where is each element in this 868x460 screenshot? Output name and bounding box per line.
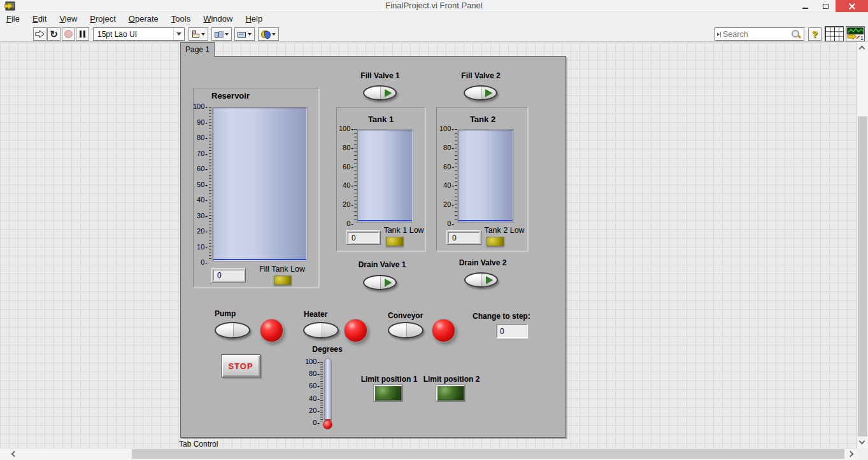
tank-1-title: Tank 1: [364, 115, 397, 124]
reservoir-scale: 1009080706050403020100: [186, 102, 208, 266]
chevron-down-icon: [176, 32, 181, 36]
tank-1-scale-label: 60: [343, 163, 353, 171]
tank-2-scale-label: 40: [443, 181, 454, 189]
font-selector[interactable]: 15pt Lao UI: [93, 27, 185, 41]
pump-switch[interactable]: [215, 322, 250, 338]
connector-pane-icon[interactable]: [825, 26, 844, 41]
tank-2-fill-level: [459, 220, 513, 221]
change-to-step-input[interactable]: [496, 324, 528, 338]
stop-button[interactable]: STOP: [221, 354, 260, 377]
valve-arrow-icon: [486, 276, 493, 284]
tank-2-indicator: [457, 129, 514, 223]
search-icon: [791, 29, 801, 39]
resize-objects-button[interactable]: [234, 27, 255, 41]
maximize-icon: [823, 4, 829, 9]
tank-1-scale-label: 80: [343, 144, 353, 151]
tank-2-scale-label: 100: [439, 125, 454, 132]
close-button[interactable]: [836, 0, 868, 12]
run-continuously-button[interactable]: ↻: [47, 27, 60, 41]
degrees-scale: 100806040200: [302, 358, 320, 426]
drain-valve-1-switch[interactable]: [363, 275, 397, 290]
chevron-down-icon: [201, 33, 205, 36]
tank-1-low-label: Tank 1 Low: [383, 226, 424, 235]
tank-2-scale: 100806040200: [435, 125, 454, 227]
fill-tank-low-label: Fill Tank Low: [257, 265, 307, 274]
tab-page-1[interactable]: Page 1: [180, 42, 215, 57]
pump-led: [260, 319, 283, 342]
reservoir-scale-label: 80: [197, 134, 208, 141]
resize-objects-icon: [238, 31, 246, 38]
degrees-scale-label: 0: [313, 419, 320, 426]
minimize-button[interactable]: [795, 0, 815, 12]
abort-icon: [64, 30, 73, 38]
change-to-step-label: Change to step:: [473, 312, 530, 321]
pump-label: Pump: [215, 309, 236, 318]
pause-button[interactable]: [76, 27, 89, 41]
menu-item[interactable]: View: [53, 13, 83, 25]
fill-valve-2-switch[interactable]: [464, 85, 497, 101]
tank-1-scale: 100806040200: [334, 125, 353, 227]
drain-valve-2-switch[interactable]: [464, 272, 498, 288]
menu-item[interactable]: Help: [239, 13, 269, 25]
heater-switch[interactable]: [303, 322, 339, 338]
font-selector-dropdown[interactable]: [173, 28, 184, 40]
degrees-scale-ticks: [320, 362, 323, 422]
tank-1-value-display: 0: [346, 230, 381, 245]
search-input[interactable]: [723, 30, 791, 39]
minimize-icon: [802, 8, 808, 9]
tank-2-title: Tank 2: [466, 115, 499, 124]
reservoir-scale-label: 100: [193, 102, 208, 110]
reservoir-scale-label: 90: [197, 118, 208, 126]
thermometer-bulb-icon: [323, 420, 332, 429]
run-button[interactable]: [33, 27, 46, 41]
degrees-thermometer: [324, 358, 332, 422]
labview-front-panel-window: FinalProject.vi Front Panel FileEditView…: [0, 0, 868, 460]
window-title: FinalProject.vi Front Panel: [0, 1, 868, 10]
reservoir-scale-ticks: [209, 107, 211, 261]
degrees-scale-label: 100: [305, 358, 320, 365]
menu-item[interactable]: Operate: [122, 13, 165, 25]
reorder-icon: [261, 30, 270, 38]
reorder-button[interactable]: [258, 27, 279, 41]
heater-led: [344, 319, 367, 342]
menu-item[interactable]: Window: [197, 13, 239, 25]
limit-position-1-label: Limit position 1: [360, 375, 418, 384]
valve-arrow-icon: [485, 89, 492, 97]
tank-1-indicator: [357, 129, 413, 223]
degrees-scale-label: 40: [309, 394, 320, 402]
horizontal-scrollbar-thumb[interactable]: [132, 449, 844, 459]
fill-valve-1-label: Fill Valve 1: [355, 71, 405, 80]
conveyor-switch[interactable]: [388, 322, 423, 338]
context-help-button[interactable]: ?: [808, 27, 822, 41]
vi-badge: 1: [860, 35, 864, 41]
search-history-icon[interactable]: [715, 32, 723, 37]
maximize-button[interactable]: [815, 0, 836, 12]
stop-button-label: STOP: [228, 361, 253, 371]
tank-2-value-display: 0: [446, 230, 481, 245]
chevron-down-icon: [248, 33, 252, 36]
menu-item[interactable]: Tools: [165, 13, 197, 25]
reservoir-scale-label: 60: [197, 165, 208, 172]
menu-item[interactable]: Edit: [26, 13, 53, 25]
tank-1-low-led: [386, 237, 404, 246]
abort-button[interactable]: [62, 27, 75, 41]
menu-item[interactable]: File: [0, 13, 26, 25]
font-selector-value: 15pt Lao UI: [94, 30, 173, 39]
fill-valve-1-switch[interactable]: [363, 85, 397, 101]
tab-control-caption: Tab Control: [179, 440, 218, 449]
reservoir-scale-label: 20: [197, 227, 208, 235]
align-objects-icon: [192, 31, 199, 38]
vertical-scrollbar-thumb[interactable]: [858, 116, 867, 436]
reservoir-title: Reservoir: [211, 91, 250, 101]
distribute-objects-button[interactable]: [211, 27, 232, 41]
align-objects-button[interactable]: [189, 27, 208, 41]
tank-1-value: 0: [348, 232, 379, 243]
vi-icon-button[interactable]: 1: [846, 26, 865, 41]
reservoir-scale-label: 50: [197, 181, 208, 188]
reservoir-scale-label: 30: [197, 212, 208, 220]
drain-valve-2-label: Drain Valve 2: [455, 258, 511, 267]
menu-item[interactable]: Project: [83, 13, 122, 25]
degrees-label: Degrees: [310, 345, 345, 354]
tank-2-low-led: [487, 237, 504, 246]
valve-arrow-icon: [385, 279, 392, 286]
